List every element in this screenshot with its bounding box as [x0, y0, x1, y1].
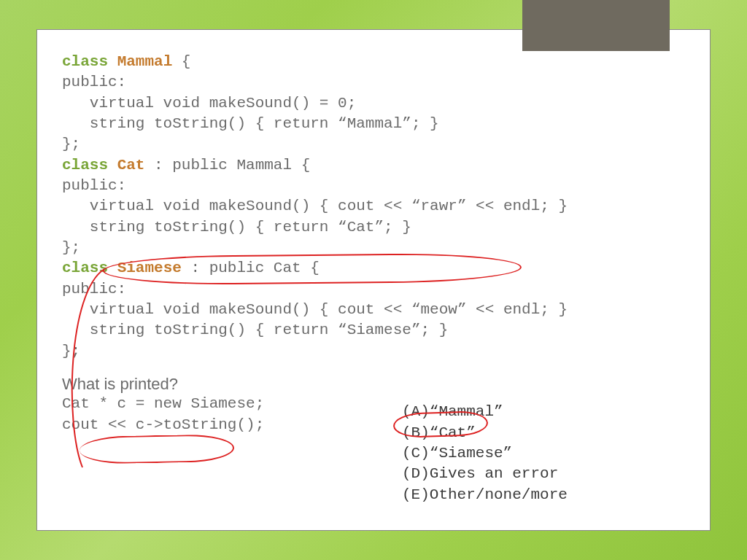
answer-options: (A)“Mammal” (B)“Cat” (C)“Siamese” (D)Giv…	[402, 402, 568, 505]
code-line-14: string toString() { return “Siamese”; }	[62, 320, 685, 341]
code-line-15: };	[62, 341, 685, 362]
code-line-7: public:	[62, 176, 685, 196]
code-line-3: virtual void makeSound() = 0;	[62, 93, 685, 114]
code-line-9: string toString() { return “Cat”; }	[62, 217, 685, 238]
question-code-2: cout << c->toString();	[62, 415, 685, 435]
slide-content: class Mammal { public: virtual void make…	[36, 29, 711, 531]
option-b: (B)“Cat”	[402, 423, 568, 443]
code-line-5: };	[62, 134, 685, 155]
code-line-10: };	[62, 238, 685, 258]
option-a: (A)“Mammal”	[402, 402, 568, 422]
class-name-cat: Cat	[117, 157, 145, 174]
code-line-12: public:	[62, 279, 685, 300]
question-title: What is printed?	[62, 375, 685, 394]
class-name-mammal: Mammal	[117, 53, 173, 70]
code-line-8: virtual void makeSound() { cout << “rawr…	[62, 196, 685, 217]
code-line-13: virtual void makeSound() { cout << “meow…	[62, 300, 685, 320]
keyword-class: class	[62, 53, 108, 70]
class-name-siamese: Siamese	[117, 260, 182, 276]
code-line-2: public:	[62, 72, 685, 93]
code-line-4: string toString() { return “Mammal”; }	[62, 114, 685, 134]
keyword-class: class	[62, 260, 108, 276]
option-d: (D)Gives an error	[402, 464, 568, 484]
code-line-6: class Cat : public Mammal {	[62, 155, 685, 176]
option-c: (C)“Siamese”	[402, 443, 568, 464]
annotation-circle-new-siamese	[80, 434, 235, 464]
header-tab	[522, 0, 670, 51]
option-e: (E)Other/none/more	[402, 485, 568, 505]
question-code-1: Cat * c = new Siamese;	[62, 394, 685, 414]
code-line-1: class Mammal {	[62, 52, 685, 72]
keyword-class: class	[62, 157, 108, 174]
code-line-11: class Siamese : public Cat {	[62, 258, 685, 279]
